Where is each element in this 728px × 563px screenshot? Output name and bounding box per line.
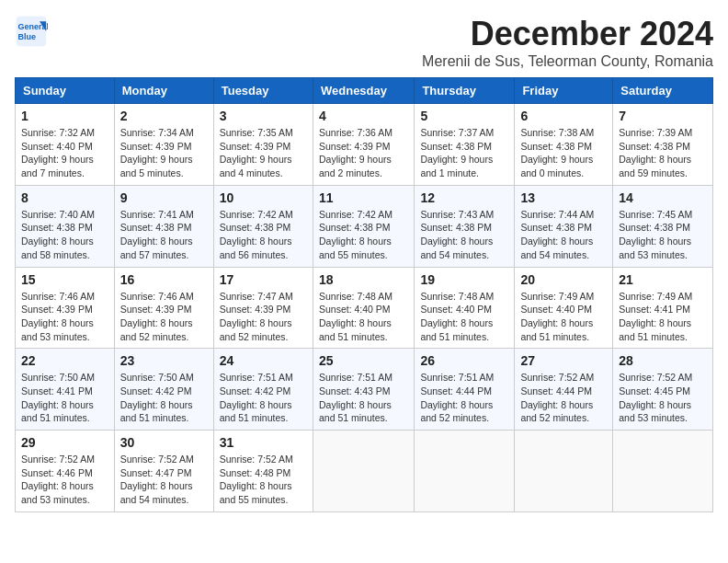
logo: General Blue	[15, 15, 48, 48]
calendar-cell	[415, 431, 515, 512]
day-number: 10	[220, 190, 307, 205]
month-title: December 2024	[422, 15, 713, 53]
day-number: 17	[220, 272, 307, 287]
calendar-cell: 8Sunrise: 7:40 AMSunset: 4:38 PMDaylight…	[16, 185, 115, 267]
day-number: 29	[21, 435, 108, 450]
calendar-cell: 4Sunrise: 7:36 AMSunset: 4:39 PMDaylight…	[313, 104, 414, 186]
calendar-cell: 11Sunrise: 7:42 AMSunset: 4:38 PMDayligh…	[313, 185, 414, 267]
day-info: Sunrise: 7:48 AMSunset: 4:40 PMDaylight:…	[319, 290, 408, 344]
calendar-table: SundayMondayTuesdayWednesdayThursdayFrid…	[15, 77, 713, 512]
day-number: 12	[420, 190, 508, 205]
day-number: 5	[420, 109, 508, 123]
day-info: Sunrise: 7:52 AMSunset: 4:44 PMDaylight:…	[520, 371, 607, 425]
calendar-cell: 22Sunrise: 7:50 AMSunset: 4:41 PMDayligh…	[16, 349, 115, 431]
calendar-cell: 7Sunrise: 7:39 AMSunset: 4:38 PMDaylight…	[613, 104, 713, 186]
calendar-cell: 9Sunrise: 7:41 AMSunset: 4:38 PMDaylight…	[114, 185, 213, 267]
day-info: Sunrise: 7:49 AMSunset: 4:41 PMDaylight:…	[619, 290, 707, 344]
title-block: December 2024 Merenii de Sus, Teleorman …	[422, 15, 713, 70]
day-number: 3	[220, 109, 307, 123]
calendar-cell: 18Sunrise: 7:48 AMSunset: 4:40 PMDayligh…	[313, 267, 414, 349]
calendar-cell: 19Sunrise: 7:48 AMSunset: 4:40 PMDayligh…	[415, 267, 515, 349]
day-number: 20	[520, 272, 607, 287]
day-number: 6	[520, 109, 607, 123]
day-number: 8	[21, 190, 108, 205]
calendar-cell: 31Sunrise: 7:52 AMSunset: 4:48 PMDayligh…	[213, 431, 313, 512]
calendar-cell: 3Sunrise: 7:35 AMSunset: 4:39 PMDaylight…	[213, 104, 313, 186]
weekday-header: Thursday	[415, 78, 515, 104]
calendar-cell: 6Sunrise: 7:38 AMSunset: 4:38 PMDaylight…	[515, 104, 613, 186]
calendar-cell: 16Sunrise: 7:46 AMSunset: 4:39 PMDayligh…	[114, 267, 213, 349]
day-info: Sunrise: 7:41 AMSunset: 4:38 PMDaylight:…	[120, 208, 208, 262]
day-number: 22	[21, 353, 108, 368]
day-number: 19	[420, 272, 508, 287]
calendar-cell: 15Sunrise: 7:46 AMSunset: 4:39 PMDayligh…	[16, 267, 115, 349]
calendar-cell	[515, 431, 613, 512]
svg-text:Blue: Blue	[18, 32, 37, 41]
day-info: Sunrise: 7:51 AMSunset: 4:43 PMDaylight:…	[319, 371, 408, 425]
location-subtitle: Merenii de Sus, Teleorman County, Romani…	[422, 53, 713, 70]
calendar-cell: 23Sunrise: 7:50 AMSunset: 4:42 PMDayligh…	[114, 349, 213, 431]
day-info: Sunrise: 7:47 AMSunset: 4:39 PMDaylight:…	[220, 290, 307, 344]
calendar-cell: 13Sunrise: 7:44 AMSunset: 4:38 PMDayligh…	[515, 185, 613, 267]
calendar-cell: 26Sunrise: 7:51 AMSunset: 4:44 PMDayligh…	[415, 349, 515, 431]
day-number: 23	[120, 353, 208, 368]
day-number: 13	[520, 190, 607, 205]
day-info: Sunrise: 7:39 AMSunset: 4:38 PMDaylight:…	[619, 126, 707, 180]
day-info: Sunrise: 7:37 AMSunset: 4:38 PMDaylight:…	[420, 126, 508, 180]
day-number: 27	[520, 353, 607, 368]
calendar-cell: 25Sunrise: 7:51 AMSunset: 4:43 PMDayligh…	[313, 349, 414, 431]
calendar-cell: 27Sunrise: 7:52 AMSunset: 4:44 PMDayligh…	[515, 349, 613, 431]
day-info: Sunrise: 7:49 AMSunset: 4:40 PMDaylight:…	[520, 290, 607, 344]
day-info: Sunrise: 7:52 AMSunset: 4:46 PMDaylight:…	[21, 453, 108, 507]
weekday-header: Sunday	[16, 78, 115, 104]
day-info: Sunrise: 7:42 AMSunset: 4:38 PMDaylight:…	[220, 208, 307, 262]
day-number: 14	[619, 190, 707, 205]
calendar-cell: 20Sunrise: 7:49 AMSunset: 4:40 PMDayligh…	[515, 267, 613, 349]
day-info: Sunrise: 7:32 AMSunset: 4:40 PMDaylight:…	[21, 126, 108, 180]
day-number: 15	[21, 272, 108, 287]
day-info: Sunrise: 7:40 AMSunset: 4:38 PMDaylight:…	[21, 208, 108, 262]
day-number: 18	[319, 272, 408, 287]
day-info: Sunrise: 7:51 AMSunset: 4:44 PMDaylight:…	[420, 371, 508, 425]
day-info: Sunrise: 7:46 AMSunset: 4:39 PMDaylight:…	[120, 290, 208, 344]
day-info: Sunrise: 7:43 AMSunset: 4:38 PMDaylight:…	[420, 208, 508, 262]
calendar-cell: 30Sunrise: 7:52 AMSunset: 4:47 PMDayligh…	[114, 431, 213, 512]
calendar-cell: 12Sunrise: 7:43 AMSunset: 4:38 PMDayligh…	[415, 185, 515, 267]
calendar-cell: 17Sunrise: 7:47 AMSunset: 4:39 PMDayligh…	[213, 267, 313, 349]
weekday-header: Friday	[515, 78, 613, 104]
logo-icon: General Blue	[15, 15, 48, 48]
day-number: 1	[21, 109, 108, 123]
day-number: 25	[319, 353, 408, 368]
day-info: Sunrise: 7:35 AMSunset: 4:39 PMDaylight:…	[220, 126, 307, 180]
calendar-cell: 21Sunrise: 7:49 AMSunset: 4:41 PMDayligh…	[613, 267, 713, 349]
day-info: Sunrise: 7:52 AMSunset: 4:45 PMDaylight:…	[619, 371, 707, 425]
day-info: Sunrise: 7:52 AMSunset: 4:48 PMDaylight:…	[220, 453, 307, 507]
weekday-header: Tuesday	[213, 78, 313, 104]
day-info: Sunrise: 7:38 AMSunset: 4:38 PMDaylight:…	[520, 126, 607, 180]
weekday-header: Monday	[114, 78, 213, 104]
calendar-cell: 29Sunrise: 7:52 AMSunset: 4:46 PMDayligh…	[16, 431, 115, 512]
day-number: 31	[220, 435, 307, 450]
day-number: 30	[120, 435, 208, 450]
calendar-cell: 24Sunrise: 7:51 AMSunset: 4:42 PMDayligh…	[213, 349, 313, 431]
calendar-cell: 10Sunrise: 7:42 AMSunset: 4:38 PMDayligh…	[213, 185, 313, 267]
calendar-cell: 28Sunrise: 7:52 AMSunset: 4:45 PMDayligh…	[613, 349, 713, 431]
day-info: Sunrise: 7:51 AMSunset: 4:42 PMDaylight:…	[220, 371, 307, 425]
day-info: Sunrise: 7:52 AMSunset: 4:47 PMDaylight:…	[120, 453, 208, 507]
day-info: Sunrise: 7:42 AMSunset: 4:38 PMDaylight:…	[319, 208, 408, 262]
day-number: 9	[120, 190, 208, 205]
day-number: 7	[619, 109, 707, 123]
day-info: Sunrise: 7:44 AMSunset: 4:38 PMDaylight:…	[520, 208, 607, 262]
day-info: Sunrise: 7:50 AMSunset: 4:41 PMDaylight:…	[21, 371, 108, 425]
day-number: 16	[120, 272, 208, 287]
day-info: Sunrise: 7:45 AMSunset: 4:38 PMDaylight:…	[619, 208, 707, 262]
day-number: 28	[619, 353, 707, 368]
day-info: Sunrise: 7:46 AMSunset: 4:39 PMDaylight:…	[21, 290, 108, 344]
day-number: 4	[319, 109, 408, 123]
day-info: Sunrise: 7:50 AMSunset: 4:42 PMDaylight:…	[120, 371, 208, 425]
weekday-header: Wednesday	[313, 78, 414, 104]
day-info: Sunrise: 7:48 AMSunset: 4:40 PMDaylight:…	[420, 290, 508, 344]
day-number: 26	[420, 353, 508, 368]
calendar-cell	[313, 431, 414, 512]
calendar-cell: 14Sunrise: 7:45 AMSunset: 4:38 PMDayligh…	[613, 185, 713, 267]
